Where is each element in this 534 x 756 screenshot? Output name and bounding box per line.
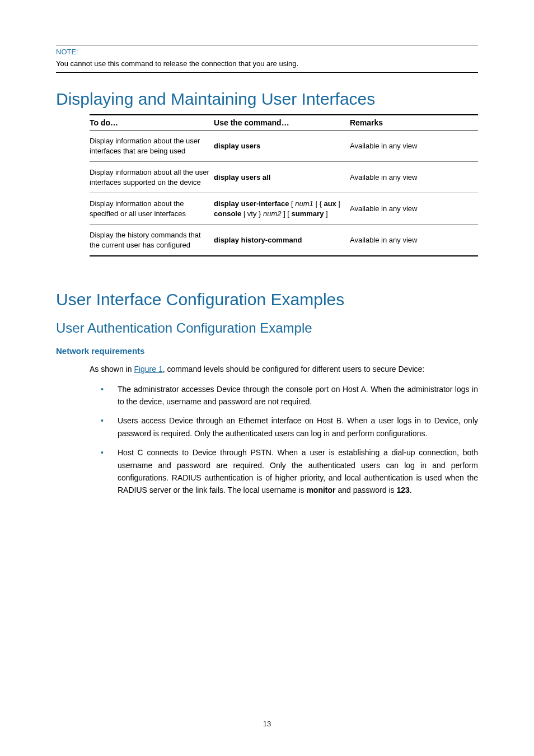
page-number: 13 <box>0 720 534 728</box>
list-item: Host C connects to Device through PSTN. … <box>101 446 478 497</box>
table-row: Display information about the specified … <box>90 193 478 225</box>
note-text: You cannot use this command to release t… <box>56 59 478 68</box>
subsubsection-heading-network: Network requirements <box>56 346 478 356</box>
cell-todo: Display the history commands that the cu… <box>90 225 214 256</box>
list-item: The administrator accesses Device throug… <box>101 383 478 408</box>
cell-todo: Display information about the specified … <box>90 193 214 225</box>
bullet-list: The administrator accesses Device throug… <box>101 383 478 497</box>
cell-remarks: Available in any view <box>350 130 478 162</box>
intro-paragraph: As shown in Figure 1, command levels sho… <box>90 363 478 375</box>
table-row: Display information about the user inter… <box>90 130 478 162</box>
cell-command: display users all <box>214 162 350 193</box>
cell-command: display history-command <box>214 225 350 256</box>
note-label: NOTE: <box>56 48 478 56</box>
section-heading-examples: User Interface Configuration Examples <box>56 290 478 309</box>
cell-command: display users <box>214 130 350 162</box>
cell-command: display user-interface [ num1 | { aux | … <box>214 193 350 225</box>
intro-suffix: , command levels should be configured fo… <box>163 365 424 374</box>
table-header-remarks: Remarks <box>350 115 478 130</box>
cell-remarks: Available in any view <box>350 193 478 225</box>
figure-1-link[interactable]: Figure 1 <box>134 365 162 374</box>
table-header-todo: To do… <box>90 115 214 130</box>
note-box: NOTE: You cannot use this command to rel… <box>56 45 478 73</box>
table-row: Display information about all the user i… <box>90 162 478 193</box>
cell-todo: Display information about the user inter… <box>90 130 214 162</box>
subsection-heading-auth: User Authentication Configuration Exampl… <box>56 320 478 336</box>
section-heading-displaying: Displaying and Maintaining User Interfac… <box>56 90 478 109</box>
table-row: Display the history commands that the cu… <box>90 225 478 256</box>
command-table: To do… Use the command… Remarks Display … <box>90 114 478 256</box>
cell-todo: Display information about all the user i… <box>90 162 214 193</box>
cell-remarks: Available in any view <box>350 225 478 256</box>
list-item: Users access Device through an Ethernet … <box>101 414 478 440</box>
cell-remarks: Available in any view <box>350 162 478 193</box>
table-header-command: Use the command… <box>214 115 350 130</box>
intro-prefix: As shown in <box>90 365 134 374</box>
